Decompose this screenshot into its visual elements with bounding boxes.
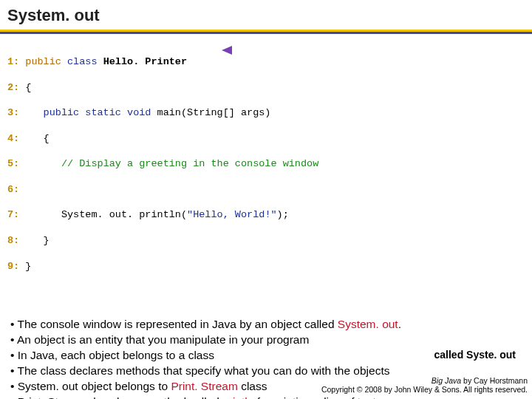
line-number: 1: bbox=[7, 56, 19, 67]
kw-public: public bbox=[25, 56, 61, 67]
brace: } bbox=[19, 261, 31, 272]
brace: { bbox=[19, 82, 31, 93]
bullet-text: for printing a line of text. bbox=[253, 395, 379, 399]
line-number: 3: bbox=[7, 107, 19, 118]
book-title: Big Java bbox=[432, 376, 461, 385]
bullet-item: • The console window is represented in J… bbox=[10, 317, 522, 332]
string-literal: "Hello, World!" bbox=[187, 209, 277, 220]
slide-header: System. out bbox=[0, 0, 532, 28]
bullet-item: • Print. Stream class has a method calle… bbox=[10, 395, 522, 399]
line-number: 6: bbox=[7, 184, 19, 195]
line-number: 5: bbox=[7, 158, 19, 169]
footer-author: by Cay Horstmann bbox=[461, 376, 528, 385]
bullet-text: • System. out object belongs to bbox=[10, 380, 171, 392]
bullet-accent: println bbox=[222, 395, 253, 399]
comment: // Display a greeting in the console win… bbox=[61, 158, 318, 169]
brace: } bbox=[19, 235, 50, 246]
bullet-text: class bbox=[238, 380, 267, 392]
line-number: 8: bbox=[7, 235, 19, 246]
line-number: 9: bbox=[7, 261, 19, 272]
line-number: 7: bbox=[7, 209, 19, 220]
stmt: System. out. println( bbox=[61, 209, 187, 220]
sub-caption: called Syste. out bbox=[434, 349, 516, 361]
stmt-end: ); bbox=[277, 209, 289, 220]
footer-line-1: Big Java by Cay Horstmann bbox=[321, 376, 528, 386]
line-number: 2: bbox=[7, 82, 19, 93]
line-number: 4: bbox=[7, 133, 19, 144]
pointer-arrow-icon bbox=[222, 44, 347, 56]
footer-copyright: Copyright © 2008 by John Wiley & Sons. A… bbox=[321, 385, 528, 395]
slide-title: System. out bbox=[7, 6, 525, 25]
brace: { bbox=[19, 133, 50, 144]
bullet-text: • Print. Stream class has a method calle… bbox=[10, 395, 222, 399]
bullet-accent: System. out bbox=[338, 318, 398, 330]
bullet-item: • An object is an entity that you manipu… bbox=[10, 332, 522, 348]
class-name: Hello. Printer bbox=[103, 56, 187, 67]
kw-class: class bbox=[61, 56, 103, 67]
bullet-accent: Print. Stream bbox=[171, 380, 237, 392]
code-listing: 1: public class Hello. Printer 2: { 3: p… bbox=[0, 34, 532, 302]
bullet-text: • The console window is represented in J… bbox=[10, 318, 338, 330]
method-rest: main(String[] args) bbox=[151, 107, 270, 118]
kw-method-sig: public static void bbox=[44, 107, 151, 118]
bullet-text: . bbox=[398, 318, 401, 330]
footer: Big Java by Cay Horstmann Copyright © 20… bbox=[321, 376, 528, 395]
svg-marker-1 bbox=[222, 46, 232, 55]
